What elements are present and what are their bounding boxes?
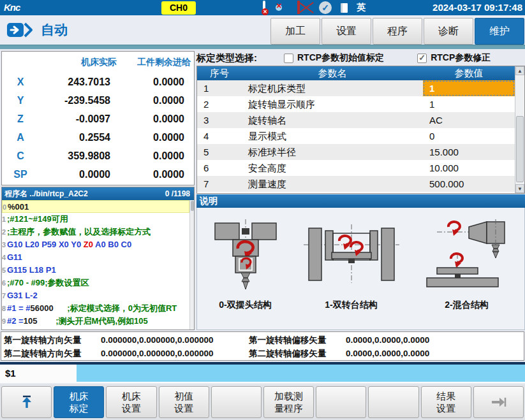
softkey-initial-value-settings[interactable]: 初值 设置 (159, 386, 209, 418)
program-path: ../bin/rtcp_A2C2 (29, 189, 87, 198)
scroll-up-icon[interactable]: ▲ (515, 66, 524, 75)
description-area: 0-双摆头结构 1-双转台结构 (196, 208, 525, 330)
table-scroll-thumb[interactable] (516, 116, 524, 182)
program-header: 程序名 ../bin/rtcp_A2C2 0 /1198 (2, 187, 194, 200)
cnc-controller-screen: Knc CH0 ✕ ✕ ✓ 英 2024-03-17 09:17:48 (0, 0, 525, 420)
softkey-load-measure-program[interactable]: 加载测 量程序 (263, 386, 314, 418)
command-prompt: $1 (0, 365, 77, 383)
second-axis-offset-label: 第二旋转轴偏移矢量 (249, 348, 346, 359)
softkey-machine-settings[interactable]: 机床 设置 (106, 386, 156, 418)
table-row[interactable]: 7 测量速度 500.000 (197, 176, 515, 192)
diagram-mixed-structure: 2-混合结构 (419, 219, 515, 311)
code-line: 8#1 = #56000 ;标定模式选择，0为无初值RT (2, 302, 194, 315)
tab-machining[interactable]: 加工 (270, 18, 320, 45)
softkey-machine-calibration[interactable]: 机床 标定 (54, 386, 104, 418)
diagram-dual-swivel-head: 0-双摆头结构 (207, 219, 284, 311)
auto-mode-icon (6, 22, 33, 38)
softkey-empty[interactable] (316, 386, 366, 418)
code-line: 5G115 L18 P1 (2, 264, 194, 277)
vector-row-second-axis: 第二旋转轴方向矢量 0.000000,0.000000,0.000000 第二旋… (4, 347, 524, 360)
tab-maintenance[interactable]: 维护 (475, 18, 524, 45)
softkey-bar: 机床 标定 机床 设置 初值 设置 加载测 量程序 结果 设置 (0, 384, 525, 420)
tab-settings[interactable]: 设置 (322, 18, 371, 45)
parameter-table: 序号 参数名 参数值 1 标定机床类型 1 2 旋转轴显示顺序 1 3 旋转轴名… (196, 66, 525, 194)
next-arrow-icon (489, 396, 507, 409)
checkbox-checked-icon[interactable] (417, 54, 427, 63)
top-status-bar: Knc CH0 ✕ ✕ ✓ 英 2024-03-17 09:17:48 (0, 0, 525, 15)
mixed-structure-drawing (419, 219, 515, 296)
code-line: 6;#70 - #99;参数设置区 (2, 277, 194, 289)
table-header-row: 序号 参数名 参数值 (197, 66, 515, 80)
axis-remaining-x: 0.0000 (117, 73, 191, 91)
program-panel: 程序名 ../bin/rtcp_A2C2 0 /1198 0%001 1;#12… (1, 187, 195, 330)
tab-program[interactable]: 程序 (373, 18, 422, 45)
table-row[interactable]: 5 标准球半径 15.000 (197, 144, 515, 160)
table-row[interactable]: 2 旋转轴显示顺序 1 (197, 96, 515, 112)
column-header-no: 序号 (197, 66, 242, 80)
axis-remaining-y: 0.0000 (117, 91, 191, 110)
manual-icon (341, 3, 348, 13)
program-name-label: 程序名 (4, 189, 27, 198)
language-indicator[interactable]: 英 (357, 2, 366, 13)
column-header-param-name: 参数名 (242, 66, 423, 80)
code-scrollbar[interactable] (189, 200, 194, 329)
softkey-return-top[interactable] (1, 386, 52, 418)
code-viewer[interactable]: 0%001 1;#121~#149可用 2;主程序，参数赋值，以及选择标定方式 … (2, 200, 194, 329)
command-row: $1 (0, 365, 525, 383)
checkbox-rtcp-initial[interactable]: RTCP参数初始值标定 (284, 52, 384, 64)
checkbox-unchecked-icon[interactable] (284, 54, 293, 63)
table-row[interactable]: 6 安全高度 10.000 (197, 160, 515, 176)
code-line: 7G31 L-2 (2, 289, 194, 302)
column-header-remaining-feed: 工件剩余进给 (117, 54, 191, 70)
table-scrollbar[interactable]: ▲ ▼ (515, 66, 524, 193)
axis-label-a: A (2, 128, 39, 147)
command-input[interactable] (77, 365, 525, 382)
diagram-label: 2-混合结构 (445, 300, 488, 311)
rotation-vector-panel: 第一旋转轴方向矢量 0.000000,0.000000,0.000000 第一旋… (1, 331, 524, 361)
separator-bar (0, 45, 525, 49)
plc-error-icon: ✕ (263, 2, 265, 13)
device-disabled-icon (297, 2, 300, 13)
axis-actual-x: 243.7013 (39, 73, 117, 91)
code-line-current: 0%001 (2, 200, 189, 213)
softkey-empty[interactable] (368, 386, 418, 418)
table-row[interactable]: 1 标定机床类型 1 (197, 80, 515, 96)
axis-actual-y: -239.5458 (39, 91, 117, 110)
table-row[interactable]: 3 旋转轴名 AC (197, 112, 515, 128)
first-axis-direction-value: 0.000000,0.000000,0.000000 (101, 335, 249, 345)
softkey-empty[interactable] (211, 386, 262, 418)
scroll-down-icon[interactable]: ▼ (515, 184, 524, 193)
softkey-next-page[interactable] (473, 386, 524, 418)
status-ok-icon: ✓ (319, 1, 332, 14)
channel-badge[interactable]: CH0 (161, 1, 196, 15)
axis-remaining-a: 0.0000 (117, 128, 191, 147)
second-axis-direction-label: 第二旋转轴方向矢量 (4, 348, 101, 359)
dual-rotary-table-drawing (304, 219, 399, 296)
program-line-counter: 0 /1198 (165, 189, 190, 198)
first-axis-offset-value: 0.0000,0.0000,0.0000 (346, 335, 524, 345)
tab-diagnosis[interactable]: 诊断 (424, 18, 473, 45)
code-line: 4G11 (2, 251, 194, 264)
nav-bar: 自动 加工 设置 程序 诊断 维护 (0, 15, 525, 45)
calibration-type-row: 标定类型选择: RTCP参数初始值标定 RTCP参数修正 (196, 51, 525, 65)
code-line: 9#2 =105 ;测头开启M代码,例如105 (2, 315, 194, 328)
axis-label-y: Y (2, 91, 39, 110)
selected-value-cell[interactable]: 1 (423, 80, 515, 96)
column-header-machine-actual: 机床实际 (39, 54, 117, 70)
softkey-result-settings[interactable]: 结果 设置 (421, 386, 471, 418)
status-icon-cluster: ✕ ✕ ✓ 英 (263, 0, 366, 15)
second-axis-direction-value: 0.000000,0.000000,0.000000 (101, 349, 249, 358)
diagram-label: 0-双摆头结构 (219, 300, 271, 311)
second-axis-offset-value: 0.0000,0.0000,0.0000 (346, 349, 524, 358)
top-arrow-icon (18, 395, 35, 410)
column-header-param-value: 参数值 (423, 66, 515, 80)
datetime-display: 2024-03-17 09:17:48 (433, 2, 522, 13)
table-row[interactable]: 4 显示模式 0 (197, 128, 515, 144)
axis-remaining-z: 0.0000 (117, 110, 191, 128)
code-scroll-thumb[interactable] (191, 201, 194, 211)
checkbox-rtcp-correction[interactable]: RTCP参数修正 (417, 52, 491, 64)
description-title-bar: 说明 (196, 194, 525, 208)
axis-actual-sp: 0.0000 (39, 165, 117, 184)
mode-indicator[interactable]: 自动 (6, 21, 68, 39)
axis-label-c: C (2, 147, 39, 165)
